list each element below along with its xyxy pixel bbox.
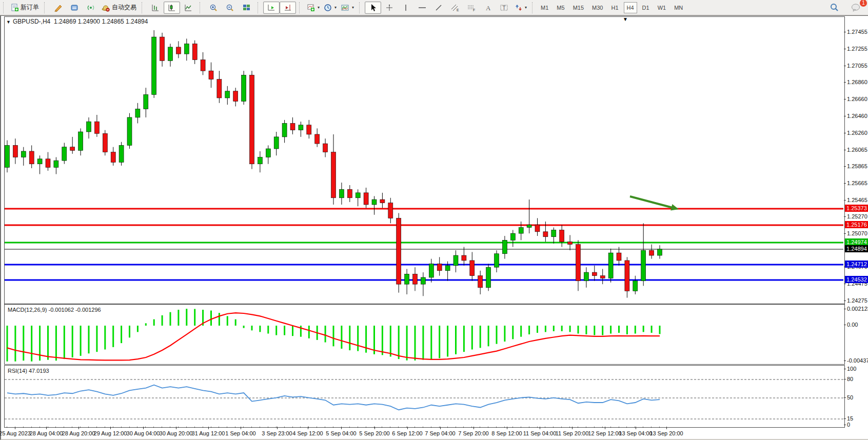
clock-icon [324,4,332,12]
text-tool-button[interactable]: A [480,2,496,14]
candle-body [625,261,629,291]
dropdown-arrow-icon: ▾ [334,5,337,10]
timeframe-button-h4[interactable]: H4 [624,2,637,13]
time-axis-minor-tick [545,427,545,428]
bar-chart-type-button[interactable] [147,2,164,14]
timeframe-button-m30[interactable]: M30 [589,2,606,13]
price-axis-label: 1.25665 [847,180,867,186]
price-level-box: 1.24712 [845,261,868,268]
timeframe-button-d1[interactable]: D1 [639,2,653,13]
rsi-axis-tick [844,369,846,369]
bar-chart-icon [151,4,160,12]
candle [201,52,205,75]
time-axis-tick [572,427,573,429]
candle [576,240,581,291]
equidistant-channel-tool-button[interactable]: E [447,2,463,14]
price-axis-label: 1.26260 [847,130,867,136]
text-label-tool-button[interactable]: T [496,2,512,14]
rsi-axis-tick [844,397,846,398]
indicators-button[interactable]: ▾ [305,2,322,14]
search-button[interactable] [826,2,842,14]
fibonacci-tool-button[interactable]: F [463,2,480,14]
line-chart-type-button[interactable] [180,2,196,14]
timeframe-button-m15[interactable]: M15 [570,2,587,13]
candle [617,247,621,266]
timeframe-button-m5[interactable]: M5 [554,2,567,13]
macd-pane[interactable]: MACD(12,26,9) -0.001062 -0.001296 [4,304,845,365]
chart-symbol-period: GBPUSD-,H4 [13,18,50,25]
time-axis-minor-tick [80,427,81,428]
dropdown-arrow-icon: ▾ [318,5,320,10]
candle [135,103,140,124]
cursor-tool-button[interactable] [365,2,381,14]
candle [144,88,148,117]
templates-button[interactable]: ▾ [339,2,356,14]
new-order-icon [11,4,19,12]
candle-body [168,47,173,61]
crosshair-tool-button[interactable] [381,2,398,14]
time-axis-minor-tick [145,427,146,428]
dropdown-arrow-icon: ▾ [525,5,527,10]
auto-trading-button[interactable]: 自动交易 [99,2,139,14]
main-toolbar: 新订单 自动交易 [0,0,868,15]
price-axis-tick [844,49,846,49]
time-axis-minor-tick [471,427,472,428]
candle-body [380,199,385,203]
zoom-out-button[interactable] [222,2,238,14]
notification-badge: 1 [860,0,867,7]
candle-body [127,117,132,145]
auto-scroll-button[interactable] [263,2,280,14]
candle [274,132,279,155]
chart-shift-button[interactable] [280,2,296,14]
candle [502,236,507,259]
time-axis-tick [277,427,278,429]
zoom-in-button[interactable] [205,2,222,14]
chart-profile-button[interactable] [66,2,83,14]
time-axis-minor-tick [594,427,595,428]
periods-button[interactable]: ▾ [322,2,339,14]
candle [625,257,629,297]
cursor-icon [369,4,377,12]
search-icon [830,3,839,12]
signals-button[interactable] [83,2,99,14]
time-axis-tick [407,427,408,429]
time-axis-minor-tick [651,427,652,428]
candle [103,130,107,156]
timeframe-button-m1[interactable]: M1 [538,2,551,13]
candlestick-chart [5,17,843,303]
timeframe-button-w1[interactable]: W1 [655,2,669,13]
candle [37,155,42,174]
rsi-pane[interactable]: RSI(14) 47.0193 [4,365,845,428]
candle-body [535,225,540,232]
time-axis-minor-tick [521,427,521,428]
horizontal-line-tool-button[interactable] [414,2,430,14]
time-axis-tick [605,427,605,429]
time-axis-minor-tick [64,427,64,428]
time-axis-label: 13 Sep 20:00 [649,430,683,436]
candle-body [21,151,26,157]
candle [633,276,638,294]
arrows-tool-button[interactable]: ▾ [512,2,529,14]
timeframe-button-mn[interactable]: MN [671,2,686,13]
price-axis-label: 1.26460 [847,113,867,119]
chart-expand-icon[interactable]: ▼ [6,19,11,25]
timeframe-button-h1[interactable]: H1 [608,2,621,13]
candlestick-chart-type-button[interactable] [164,2,180,14]
time-axis-minor-tick [488,427,488,428]
vertical-line-tool-button[interactable] [398,2,414,14]
new-order-button[interactable]: 新订单 [9,2,41,14]
chart-shift-marker-icon[interactable]: ▼ [623,16,628,22]
styles-crayon-button[interactable] [50,2,66,14]
candle [339,183,344,205]
candle [470,252,475,281]
notifications-button[interactable]: 1 [847,2,864,14]
trendline-tool-button[interactable] [430,2,447,14]
new-order-label: 新订单 [21,3,39,12]
rsi-axis-label: 100 [847,366,856,372]
time-axis-label: 1 Sep 04:00 [225,430,255,436]
candle [233,88,238,106]
time-axis-minor-tick [447,427,448,428]
price-pane[interactable] [4,16,845,304]
tile-windows-button[interactable] [238,2,254,14]
candle-body [584,272,588,281]
